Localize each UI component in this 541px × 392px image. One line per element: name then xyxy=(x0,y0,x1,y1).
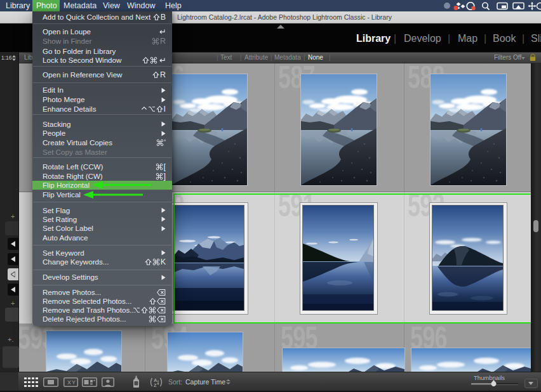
svg-text:Y: Y xyxy=(72,379,76,386)
svg-text:Z: Z xyxy=(154,382,157,388)
svg-text:X: X xyxy=(67,379,71,386)
